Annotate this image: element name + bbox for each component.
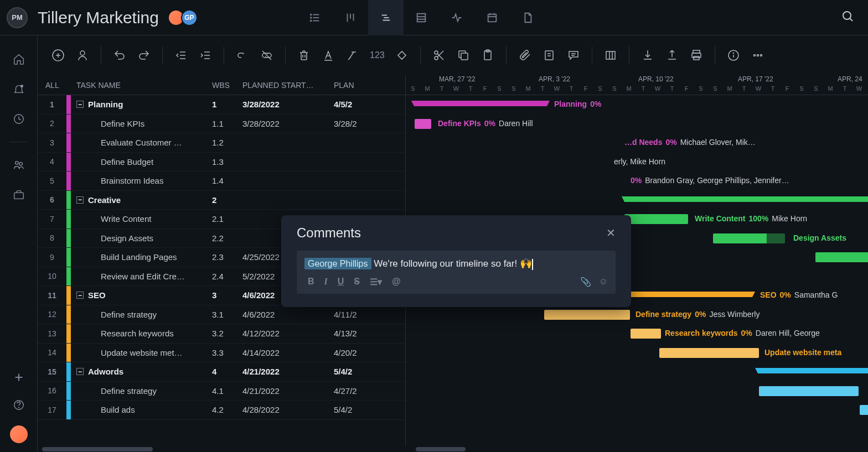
gantt-bar[interactable] bbox=[415, 119, 431, 129]
comment-input[interactable]: George Phillips We're following our time… bbox=[297, 251, 616, 294]
gantt-row[interactable] bbox=[406, 401, 868, 420]
attachment-icon[interactable] bbox=[518, 48, 532, 63]
gantt-row[interactable]: erly, Mike Horn bbox=[406, 153, 868, 172]
col-end[interactable]: PLAN bbox=[334, 81, 400, 90]
gantt-bar[interactable] bbox=[544, 310, 630, 320]
home-icon[interactable] bbox=[12, 52, 26, 66]
view-board-icon[interactable] bbox=[333, 0, 368, 35]
gantt-bar[interactable] bbox=[713, 233, 785, 243]
gantt-bar[interactable] bbox=[759, 386, 859, 396]
assign-icon[interactable] bbox=[75, 48, 90, 63]
table-row[interactable]: 5Brainstorm Ideas1.4 bbox=[38, 172, 405, 191]
table-row[interactable]: 15−Adwords44/21/20225/4/2 bbox=[38, 362, 405, 382]
clear-format-icon[interactable] bbox=[345, 48, 360, 63]
emoji-picker-icon[interactable]: ☺ bbox=[599, 277, 608, 287]
gantt-row[interactable]: Define strategy0%Jess Wimberly bbox=[406, 305, 868, 325]
gantt-bar[interactable] bbox=[631, 329, 661, 339]
gantt-bar[interactable] bbox=[624, 214, 688, 224]
table-row[interactable]: 4Define Budget1.3 bbox=[38, 153, 405, 172]
collapse-icon[interactable]: − bbox=[76, 196, 84, 204]
avatar-gp[interactable]: GP bbox=[181, 9, 198, 26]
view-activity-icon[interactable] bbox=[439, 0, 474, 35]
close-icon[interactable]: ✕ bbox=[606, 226, 616, 240]
gantt-summary-bar[interactable] bbox=[758, 368, 868, 373]
export-icon[interactable] bbox=[665, 48, 679, 63]
gantt-summary-bar[interactable] bbox=[414, 101, 547, 106]
col-wbs[interactable]: WBS bbox=[212, 81, 242, 90]
attach-icon[interactable]: 📎 bbox=[580, 277, 591, 287]
view-calendar-icon[interactable] bbox=[474, 0, 510, 35]
col-name[interactable]: TASK NAME bbox=[71, 81, 212, 90]
gantt-bar[interactable] bbox=[659, 348, 759, 358]
gantt-row[interactable]: Update website meta bbox=[406, 344, 868, 363]
gantt-row[interactable] bbox=[406, 191, 868, 210]
table-row[interactable]: 17Build ads4.24/28/20225/4/2 bbox=[38, 401, 405, 420]
view-sheet-icon[interactable] bbox=[404, 0, 439, 35]
view-list-icon[interactable] bbox=[297, 0, 333, 35]
gantt-row[interactable]: …d Needs0%Michael Glover, Mik… bbox=[406, 133, 868, 153]
paste-icon[interactable] bbox=[480, 48, 495, 63]
notifications-icon[interactable] bbox=[12, 82, 26, 96]
comment-icon[interactable] bbox=[566, 48, 581, 63]
team-icon[interactable] bbox=[12, 158, 26, 172]
table-row[interactable]: 3Evaluate Customer …1.2 bbox=[38, 133, 405, 153]
columns-icon[interactable] bbox=[603, 48, 618, 63]
undo-icon[interactable] bbox=[112, 48, 127, 63]
outdent-icon[interactable] bbox=[174, 48, 188, 63]
list-icon[interactable]: ☰▾ bbox=[370, 277, 382, 287]
info-icon[interactable] bbox=[726, 48, 741, 63]
milestone-icon[interactable] bbox=[395, 48, 409, 63]
gantt-bar[interactable] bbox=[860, 405, 868, 415]
search-icon[interactable] bbox=[841, 10, 855, 25]
col-all[interactable]: ALL bbox=[38, 81, 71, 90]
underline-icon[interactable]: U bbox=[338, 277, 344, 287]
indent-icon[interactable] bbox=[198, 48, 213, 63]
delete-icon[interactable] bbox=[297, 48, 311, 63]
collapse-icon[interactable]: − bbox=[76, 292, 84, 299]
gantt-scrollbar[interactable] bbox=[406, 446, 868, 452]
app-logo[interactable]: PM bbox=[7, 7, 28, 28]
table-row[interactable]: 14Update website met…3.34/14/20224/20/2 bbox=[38, 344, 405, 363]
print-icon[interactable] bbox=[689, 48, 704, 63]
text-color-icon[interactable] bbox=[321, 48, 335, 63]
project-members[interactable]: GP bbox=[171, 9, 198, 26]
bold-icon[interactable]: B bbox=[308, 277, 314, 287]
table-row[interactable]: 12Define strategy3.14/6/20224/11/2 bbox=[38, 305, 405, 325]
mention-icon[interactable]: @ bbox=[392, 277, 401, 287]
gantt-row[interactable]: Research keywords0%Daren Hill, George bbox=[406, 324, 868, 344]
cut-icon[interactable] bbox=[432, 48, 446, 63]
note-icon[interactable] bbox=[542, 48, 556, 63]
redo-icon[interactable] bbox=[137, 48, 151, 63]
view-file-icon[interactable] bbox=[510, 0, 545, 35]
import-icon[interactable] bbox=[640, 48, 655, 63]
table-row[interactable]: 13Research keywords3.24/12/20224/13/2 bbox=[38, 324, 405, 344]
gantt-row[interactable] bbox=[406, 382, 868, 401]
recent-icon[interactable] bbox=[12, 112, 26, 126]
table-row[interactable]: 16Define strategy4.14/21/20224/27/2 bbox=[38, 382, 405, 401]
unlink-icon[interactable] bbox=[260, 48, 274, 63]
table-row[interactable]: 2Define KPIs1.13/28/20223/28/2 bbox=[38, 115, 405, 134]
table-row[interactable]: 1−Planning13/28/20224/5/2 bbox=[38, 95, 405, 115]
gantt-summary-bar[interactable] bbox=[624, 196, 868, 202]
more-icon[interactable] bbox=[751, 48, 765, 63]
gantt-row[interactable]: Define KPIs0%Daren Hill bbox=[406, 115, 868, 134]
number-format[interactable]: 123 bbox=[370, 50, 385, 60]
table-row[interactable]: 6−Creative2 bbox=[38, 191, 405, 210]
collapse-icon[interactable]: − bbox=[76, 368, 84, 375]
user-avatar[interactable] bbox=[10, 425, 28, 443]
add-icon[interactable] bbox=[12, 370, 26, 385]
link-icon[interactable] bbox=[235, 48, 250, 63]
gantt-row[interactable] bbox=[406, 362, 868, 382]
view-gantt-icon[interactable] bbox=[368, 0, 404, 35]
gantt-row[interactable]: 0%Brandon Gray, George Phillips, Jennife… bbox=[406, 172, 868, 191]
gantt-bar[interactable] bbox=[815, 252, 868, 262]
collapse-icon[interactable]: − bbox=[76, 101, 84, 108]
col-start[interactable]: PLANNED START… bbox=[242, 81, 334, 90]
copy-icon[interactable] bbox=[456, 48, 471, 63]
gantt-row[interactable]: Planning0% bbox=[406, 95, 868, 115]
italic-icon[interactable]: I bbox=[324, 277, 328, 287]
mention-tag[interactable]: George Phillips bbox=[304, 258, 371, 269]
strike-icon[interactable]: S bbox=[354, 277, 360, 287]
briefcase-icon[interactable] bbox=[12, 188, 26, 202]
add-task-icon[interactable] bbox=[51, 48, 65, 63]
